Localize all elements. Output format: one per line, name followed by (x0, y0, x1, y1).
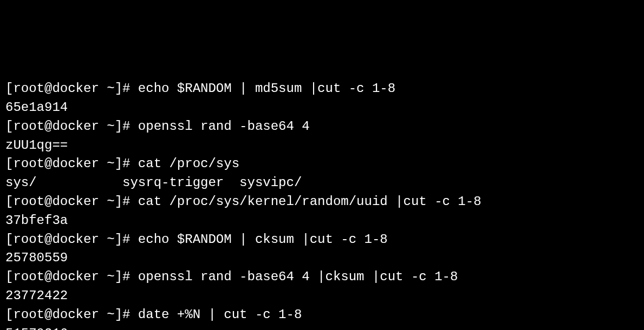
command-text: cat /proc/sys (138, 156, 239, 171)
terminal[interactable]: [root@docker ~]# echo $RANDOM | md5sum |… (5, 80, 639, 330)
shell-prompt: [root@docker ~]# (5, 194, 138, 209)
shell-prompt: [root@docker ~]# (5, 232, 138, 247)
terminal-output: 51579216 (5, 325, 639, 330)
terminal-line: [root@docker ~]# date +%N | cut -c 1-8 (5, 306, 639, 325)
shell-prompt: [root@docker ~]# (5, 81, 138, 96)
terminal-output: 37bfef3a (5, 212, 639, 230)
terminal-output: 65e1a914 (5, 98, 639, 117)
command-text: openssl rand -base64 4 (138, 119, 310, 134)
command-text: echo $RANDOM | cksum |cut -c 1-8 (138, 232, 388, 247)
terminal-line: [root@docker ~]# echo $RANDOM | md5sum |… (5, 80, 639, 98)
command-text: cat /proc/sys/kernel/random/uuid |cut -c… (138, 194, 482, 209)
shell-prompt: [root@docker ~]# (5, 156, 138, 171)
terminal-line: [root@docker ~]# cat /proc/sys (5, 155, 639, 174)
shell-prompt: [root@docker ~]# (5, 269, 138, 284)
terminal-line: [root@docker ~]# openssl rand -base64 4 (5, 117, 639, 136)
shell-prompt: [root@docker ~]# (5, 307, 138, 322)
terminal-line: [root@docker ~]# cat /proc/sys/kernel/ra… (5, 193, 639, 212)
terminal-line: [root@docker ~]# openssl rand -base64 4 … (5, 268, 639, 287)
command-text: echo $RANDOM | md5sum |cut -c 1-8 (138, 81, 395, 96)
terminal-output: 25780559 (5, 249, 639, 268)
terminal-output: 23772422 (5, 287, 639, 306)
command-text: date +%N | cut -c 1-8 (138, 307, 302, 322)
shell-prompt: [root@docker ~]# (5, 119, 138, 134)
terminal-line: [root@docker ~]# echo $RANDOM | cksum |c… (5, 230, 639, 249)
terminal-output: sys/ sysrq-trigger sysvipc/ (5, 174, 639, 193)
terminal-output: zUU1qg== (5, 136, 639, 155)
command-text: openssl rand -base64 4 |cksum |cut -c 1-… (138, 269, 458, 284)
